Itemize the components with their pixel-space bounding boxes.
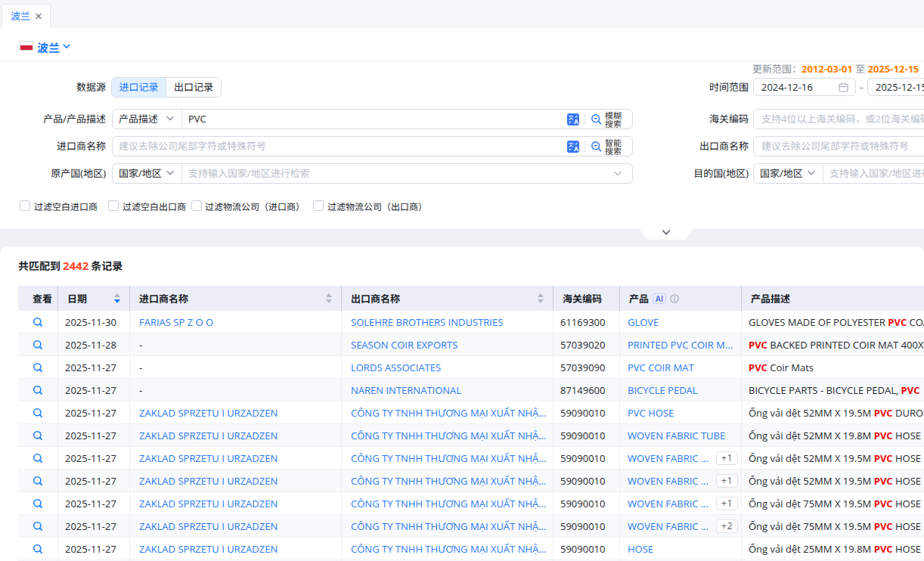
- svg-text:A: A: [574, 117, 578, 126]
- svg-text:文: 文: [569, 141, 574, 148]
- svg-text:文: 文: [569, 113, 574, 121]
- svg-text:A: A: [574, 144, 578, 153]
